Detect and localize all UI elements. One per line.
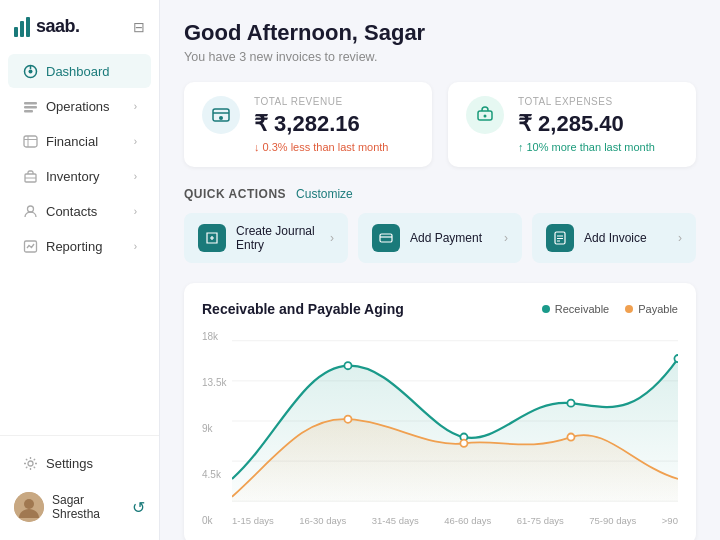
receivable-label: Receivable (555, 303, 609, 315)
invoice-label: Add Invoice (584, 231, 668, 245)
expenses-change-arrow: ↑ (518, 141, 524, 153)
inventory-icon (22, 168, 38, 184)
action-create-journal[interactable]: Create Journal Entry › (184, 213, 348, 263)
dashboard-icon (22, 63, 38, 79)
svg-rect-6 (24, 136, 37, 147)
svg-point-20 (484, 115, 487, 118)
sidebar-item-contacts[interactable]: Contacts › (8, 194, 151, 228)
financial-icon (22, 133, 38, 149)
invoice-icon (546, 224, 574, 252)
nav-menu: Dashboard Operations › (0, 47, 159, 435)
chart-header: Receivable and Payable Aging Receivable … (202, 301, 678, 317)
financial-chevron: › (134, 136, 137, 147)
y-label-9k: 9k (202, 423, 226, 434)
svg-point-38 (567, 433, 574, 440)
contacts-label: Contacts (46, 204, 126, 219)
sidebar-item-inventory[interactable]: Inventory › (8, 159, 151, 193)
expenses-icon-wrap (466, 96, 504, 134)
sidebar-toggle-icon[interactable]: ⊟ (133, 19, 145, 35)
action-add-invoice[interactable]: Add Invoice › (532, 213, 696, 263)
revenue-change-text: 0.3% less than last month (263, 141, 389, 153)
legend-receivable: Receivable (542, 303, 609, 315)
expenses-label: TOTAL EXPENSES (518, 96, 678, 107)
operations-chevron: › (134, 101, 137, 112)
svg-point-35 (674, 355, 678, 362)
expenses-change: ↑ 10% more than last month (518, 141, 678, 153)
svg-point-15 (24, 499, 34, 509)
payment-label: Add Payment (410, 231, 494, 245)
y-label-45k: 4.5k (202, 469, 226, 480)
contacts-chevron: › (134, 206, 137, 217)
expenses-change-text: 10% more than last month (527, 141, 655, 153)
reporting-icon (22, 238, 38, 254)
expenses-card: TOTAL EXPENSES ₹ 2,285.40 ↑ 10% more tha… (448, 82, 696, 167)
x-label-5: 61-75 days (517, 515, 564, 526)
main-content-area: Good Afternoon, Sagar You have 3 new inv… (160, 0, 720, 540)
avatar (14, 492, 44, 522)
chart-body: 18k 13.5k 9k 4.5k 0k (202, 331, 678, 526)
svg-point-32 (344, 362, 351, 369)
logo-icon (14, 17, 30, 37)
chart-container: Receivable and Payable Aging Receivable … (184, 283, 696, 540)
payable-dot (625, 305, 633, 313)
receivable-dot (542, 305, 550, 313)
svg-rect-5 (24, 110, 33, 113)
svg-rect-3 (24, 102, 37, 105)
contacts-icon (22, 203, 38, 219)
y-label-18k: 18k (202, 331, 226, 342)
x-label-6: 75-90 days (589, 515, 636, 526)
svg-point-1 (28, 69, 32, 73)
x-label-7: >90 (662, 515, 678, 526)
expenses-value: ₹ 2,285.40 (518, 111, 678, 137)
inventory-label: Inventory (46, 169, 126, 184)
payment-icon (372, 224, 400, 252)
sidebar: saab. ⊟ Dashboard Oper (0, 0, 160, 540)
x-label-2: 16-30 days (299, 515, 346, 526)
sidebar-item-financial[interactable]: Financial › (8, 124, 151, 158)
x-label-4: 46-60 days (444, 515, 491, 526)
svg-point-13 (28, 461, 33, 466)
payable-label: Payable (638, 303, 678, 315)
operations-icon (22, 98, 38, 114)
settings-icon (22, 455, 38, 471)
settings-item[interactable]: Settings (8, 446, 151, 480)
subtitle-text: You have 3 new invoices to review. (184, 50, 696, 64)
greeting-heading: Good Afternoon, Sagar (184, 20, 696, 46)
logo-area: saab. ⊟ (0, 0, 159, 47)
user-profile[interactable]: Sagar Shrestha ↺ (8, 484, 151, 530)
revenue-label: TOTAL REVENUE (254, 96, 414, 107)
x-label-1: 1-15 days (232, 515, 274, 526)
operations-label: Operations (46, 99, 126, 114)
payment-arrow: › (504, 231, 508, 245)
quick-actions-header: QUICK ACTIONS Customize (184, 187, 696, 201)
svg-rect-4 (24, 106, 37, 109)
journal-label: Create Journal Entry (236, 224, 320, 252)
reporting-chevron: › (134, 241, 137, 252)
sidebar-item-reporting[interactable]: Reporting › (8, 229, 151, 263)
svg-point-37 (460, 440, 467, 447)
stats-row: TOTAL REVENUE ₹ 3,282.16 ↓ 0.3% less tha… (184, 82, 696, 167)
y-label-135k: 13.5k (202, 377, 226, 388)
revenue-info: TOTAL REVENUE ₹ 3,282.16 ↓ 0.3% less tha… (254, 96, 414, 153)
refresh-icon[interactable]: ↺ (132, 498, 145, 517)
action-add-payment[interactable]: Add Payment › (358, 213, 522, 263)
sidebar-item-dashboard[interactable]: Dashboard (8, 54, 151, 88)
revenue-card: TOTAL REVENUE ₹ 3,282.16 ↓ 0.3% less tha… (184, 82, 432, 167)
logo-text: saab. (36, 16, 80, 37)
svg-point-34 (567, 400, 574, 407)
chart-title: Receivable and Payable Aging (202, 301, 404, 317)
dashboard-label: Dashboard (46, 64, 137, 79)
revenue-icon-wrap (202, 96, 240, 134)
revenue-value: ₹ 3,282.16 (254, 111, 414, 137)
customize-link[interactable]: Customize (296, 187, 353, 201)
svg-point-11 (27, 206, 33, 212)
svg-point-18 (219, 116, 223, 120)
x-label-3: 31-45 days (372, 515, 419, 526)
sidebar-item-operations[interactable]: Operations › (8, 89, 151, 123)
journal-icon (198, 224, 226, 252)
user-name: Sagar Shrestha (52, 493, 124, 521)
svg-rect-21 (380, 234, 392, 242)
chart-svg (232, 331, 678, 511)
y-label-0k: 0k (202, 515, 226, 526)
inventory-chevron: › (134, 171, 137, 182)
